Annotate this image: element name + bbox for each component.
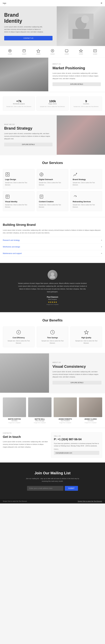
svg-rect-2 [73,29,89,39]
service-text-1: Sample text. Click to select the Text El… [5,182,32,186]
contact-title: Get in touch [3,435,48,439]
team-caption-3: Image from Unsplash [54,422,77,424]
svg-point-28 [51,272,54,276]
testimonial-role: Web Designer [4,298,101,300]
hero-cta-button[interactable]: CONTACT US [4,36,52,40]
visual-cta-button[interactable]: EXPLORE DETAILS [52,381,102,384]
team-name-2: MATTIE BALL [28,418,51,420]
team-role-1: Secretary [3,420,26,422]
team-role-2: Office Manager [28,420,51,422]
service-card-1: Logo Design Sample text. Click to select… [3,169,35,189]
icon-item-1[interactable]: content [8,49,12,55]
logo-design-icon [5,172,10,177]
brand-strategy-image [57,116,105,155]
svg-rect-8 [65,50,68,52]
icon-label-3: content [36,53,40,55]
accordion-toggle-3[interactable]: + [101,252,102,255]
market-text: Lorem ipsum dolor sit amet, consectetur … [52,72,101,80]
service-name-3: Brand Strategy [73,178,100,180]
icon-item-4[interactable]: content [50,49,55,55]
benefit-text-2: Sample text. Click to select the Text El… [39,340,66,344]
icon-item-2[interactable]: content [22,49,26,55]
icon-item-6[interactable]: content [79,49,83,55]
icon-label-2: content [22,53,26,55]
brand-strategy-icon [73,172,78,177]
menu-icon[interactable]: ≡ [101,2,102,5]
accordion-toggle-2[interactable]: + [101,246,102,248]
icon-shape-4 [51,49,54,53]
team-card-2: MATTIE BALL Office Manager Image from Un… [28,398,51,424]
contact-phone: P: +1 (324) 987-56-54 [54,438,99,441]
footer-link[interactable]: Simple Click to select the Text Element. [78,500,102,502]
team-role-3: Vice President [54,420,77,422]
mailing-text: Join our mailing list - stay up to date … [24,477,81,482]
benefit-name-3: High Quality [73,337,100,339]
accordion-item-1[interactable]: Research and strategy + [3,237,102,244]
testimonial-name: Paul Dawson [4,296,101,298]
contact-label: CONTACTS [3,432,48,434]
services-grid: Logo Design Sample text. Click to select… [3,169,102,211]
footer-left-text: Simple Click to select the Text Element. [3,500,27,502]
brand-strategy-cta-button[interactable]: EXPLORE DETAILS [4,143,52,146]
brand-strategy-title: Brand Strategy [4,126,52,130]
brand-strategy-section: WHAT WE DO Brand Strategy Lorem ipsum do… [0,116,105,155]
hero-title: BrandIdentity [4,12,52,24]
icon-item-3[interactable]: content [36,49,40,55]
accordion-item-2[interactable]: Wireframes and design + [3,244,102,250]
service-text-6: Sample text. Click to select the Text El… [73,204,100,208]
contact-right: CALL US P: +1 (324) 987-56-54 If you hav… [51,432,102,458]
svg-text:$: $ [18,331,19,333]
icon-item-5[interactable]: content [65,49,69,55]
svg-point-29 [50,276,55,278]
team-card-1: BERTIE NORTON Secretary Image from Unspl… [3,398,26,424]
testimonial-avatar [48,270,57,280]
team-caption-4: Image from Unsplash [79,422,102,424]
team-name-1: BERTIE NORTON [3,418,26,420]
market-content: ABOUT US Market Positioning Lorem ipsum … [48,58,105,92]
stat-text-1: Sample text. Click to select the Text El… [5,106,33,108]
team-name-4: JENNIE CLARKE [79,418,102,420]
icon-label-1: content [8,53,12,55]
visual-label: ABOUT US [52,362,102,363]
contact-section: CONTACTS Get in touch Lorem ipsum dolor … [0,428,105,462]
stat-card-1: +7k Worldwide projects Sample text. Clic… [3,96,35,111]
call-label: CALL US [54,435,99,437]
visual-consistency-section: ABOUT US Visual Consistency Lorem ipsum … [0,354,105,393]
building-title: Building Strong Brand [3,223,102,227]
team-role-4: Secretary [79,420,102,422]
svg-marker-11 [79,49,83,52]
team-caption-2: Image from Unsplash [28,422,51,424]
icon-shape-1 [8,49,12,53]
testimonial-text: Veniam pulvinar sit amet. Augue Nam ipsu… [17,282,88,293]
benefits-heading: Our Benefits [3,318,102,322]
time-savings-icon [50,330,55,335]
brand-strategy-image-placeholder [57,116,105,155]
stat-value-2: 100k [39,100,66,103]
stat-card-3: 9 Countries Sample text. Click to select… [70,96,102,111]
what-label: WHAT WE DO [4,124,52,125]
benefits-grid: $ Cost Efficiency Sample text. Click to … [3,326,102,347]
icon-item-7[interactable]: content [93,49,97,55]
market-label: ABOUT US [52,63,101,65]
svg-point-20 [76,173,77,174]
mailing-email-input[interactable] [27,486,63,491]
svg-line-34 [52,332,53,333]
visual-identity-icon [5,194,10,199]
rebranding-icon [73,194,78,199]
accordion-item-3[interactable]: Maintenance and support + [3,250,102,257]
accordion-toggle-1[interactable]: + [101,239,102,242]
service-name-1: Logo Design [5,178,32,180]
icon-shape-5 [65,49,69,53]
team-card-4: JENNIE CLARKE Secretary Image from Unspl… [79,398,102,424]
mailing-submit-button[interactable]: SUBMIT [65,486,78,491]
icon-shape-7 [93,49,97,53]
team-section: BERTIE NORTON Secretary Image from Unspl… [0,393,105,428]
stat-label-1: Worldwide projects [5,103,33,104]
logo: logo [3,2,6,4]
accordion-label-1: Research and strategy [3,239,20,241]
visual-title: Visual Consistency [52,364,102,369]
stat-label-2: Happy clients [39,103,66,104]
stat-value-3: 9 [72,100,100,103]
market-cta-button[interactable]: EXPLORE DETAILS [52,82,101,86]
benefit-card-3: High Quality Sample text. Click to selec… [70,326,102,347]
